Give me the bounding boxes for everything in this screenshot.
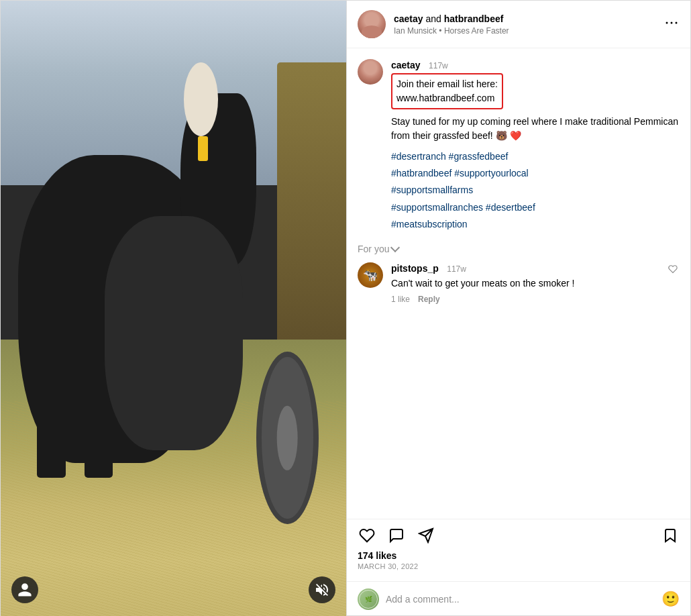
mute-button[interactable]: [309, 576, 335, 603]
post-date: March 30, 2022: [358, 562, 680, 570]
main-comment: caetay 117w Join their email list here: …: [358, 59, 680, 233]
header-avatar[interactable]: [358, 10, 386, 38]
cow-second: [105, 216, 243, 450]
comment-actions: 1 like Reply: [391, 295, 666, 304]
bookmark-icon: [662, 527, 678, 544]
video-panel: [1, 1, 346, 616]
ear-tag: [198, 136, 208, 161]
caetay-avatar-image: [358, 59, 383, 85]
collab-word: and: [423, 13, 444, 24]
header-subtitle: Ian Munsick • Horses Are Faster: [394, 26, 663, 36]
like-button[interactable]: [358, 526, 376, 545]
caetay-username[interactable]: caetay: [391, 60, 421, 70]
comment-icon: [388, 527, 405, 544]
action-bar: 174 likes March 30, 2022: [347, 519, 690, 581]
add-comment-input[interactable]: Add a comment...: [386, 594, 661, 605]
wheel: [256, 352, 319, 524]
caetay-time: 117w: [429, 61, 448, 70]
for-you-label[interactable]: For you: [358, 244, 398, 254]
header-info: caetay and hatbrandbeef Ian Munsick • Ho…: [394, 13, 663, 36]
bookmark-button[interactable]: [661, 526, 680, 545]
comment-button[interactable]: [387, 526, 406, 545]
email-box-line1: Join their email list here:: [396, 77, 498, 91]
comment-heart-button[interactable]: [666, 262, 680, 276]
pitstops-comment-body: pitstops_p 117w Can't wait to get your m…: [391, 262, 680, 304]
add-comment-avatar-logo: 🌿: [365, 597, 372, 603]
chevron-down-icon: [390, 243, 400, 252]
caetay-comment-text: Join their email list here: www.hatbrand…: [391, 73, 680, 233]
heart-icon: [359, 527, 375, 544]
pitstops-username-row: pitstops_p 117w: [391, 262, 666, 274]
more-options-button[interactable]: [663, 15, 680, 34]
pitstops-username[interactable]: pitstops_p: [391, 263, 439, 274]
comment-likes: 1 like: [391, 295, 410, 304]
action-icons-row: [358, 526, 680, 545]
header-avatar-image: [358, 10, 386, 38]
ellipsis-icon: [663, 15, 680, 31]
username1-label[interactable]: caetay: [394, 13, 423, 24]
header-usernames: caetay and hatbrandbeef: [394, 13, 663, 26]
add-comment-row: 🌿 Add a comment... 🙂: [347, 581, 690, 616]
caetay-comment-body: caetay 117w Join their email list here: …: [391, 59, 680, 233]
post-container: caetay and hatbrandbeef Ian Munsick • Ho…: [0, 0, 691, 616]
mute-icon: [314, 582, 330, 598]
email-box-line2: www.hatbrandbeef.com: [396, 91, 498, 105]
emoji-button[interactable]: 🙂: [661, 591, 680, 608]
pitstops-comment-content: pitstops_p 117w Can't wait to get your m…: [391, 262, 666, 304]
caetay-username-row: caetay 117w: [391, 59, 680, 71]
add-comment-avatar: 🌿: [358, 588, 379, 610]
pitstops-text: Can't wait to get your meats on the smok…: [391, 276, 666, 291]
pitstops-time: 117w: [447, 264, 466, 274]
username2-label[interactable]: hatbrandbeef: [444, 13, 504, 24]
post-header: caetay and hatbrandbeef Ian Munsick • Ho…: [347, 1, 690, 48]
pitstops-avatar-image: [358, 262, 383, 288]
heart-outline-icon: [668, 264, 678, 274]
reply-button[interactable]: Reply: [418, 295, 440, 304]
share-icon: [418, 527, 434, 544]
email-link-box[interactable]: Join their email list here: www.hatbrand…: [391, 73, 503, 109]
content-scroll[interactable]: caetay 117w Join their email list here: …: [347, 48, 690, 519]
action-icons-left: [358, 526, 435, 545]
likes-count: 174 likes: [358, 550, 680, 561]
caetay-avatar[interactable]: [358, 59, 383, 85]
video-controls: [1, 576, 346, 603]
hashtags: #desertranch #grassfedbeef#hatbrandbeef …: [391, 148, 680, 233]
for-you-section[interactable]: For you: [358, 244, 680, 254]
svg-point-2: [676, 21, 678, 23]
video-scene: [1, 1, 346, 616]
comment-continuation: Stay tuned for my up coming reel where I…: [391, 115, 680, 143]
svg-point-0: [666, 21, 668, 23]
profile-button[interactable]: [11, 576, 38, 603]
svg-point-1: [671, 21, 673, 23]
pitstops-avatar[interactable]: [358, 262, 383, 288]
comment-panel: caetay and hatbrandbeef Ian Munsick • Ho…: [346, 1, 690, 616]
person-icon: [17, 582, 33, 598]
cow-white-patch: [184, 62, 219, 136]
for-you-text: For you: [358, 244, 389, 254]
share-button[interactable]: [417, 526, 435, 545]
pitstops-comment: pitstops_p 117w Can't wait to get your m…: [358, 262, 680, 304]
